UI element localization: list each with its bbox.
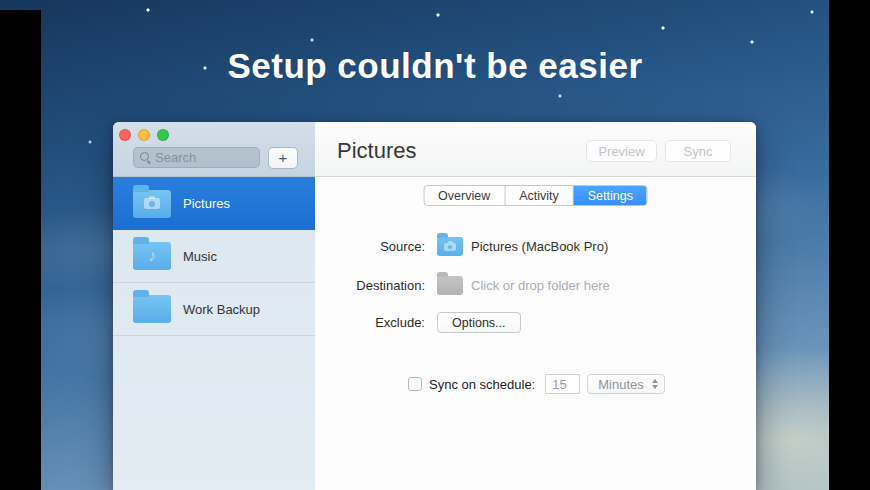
tab-overview[interactable]: Overview — [424, 186, 505, 205]
traffic-lights — [119, 129, 169, 141]
destination-folder-icon — [437, 276, 463, 295]
source-label: Source: — [315, 239, 425, 254]
left-black-bar — [0, 10, 41, 490]
hero-heading: Setup couldn't be easier — [41, 46, 829, 86]
app-window: + Pictures ♪ Music Work Backup Pictures — [113, 122, 756, 490]
destination-dropzone[interactable]: Click or drop folder here — [437, 276, 610, 295]
source-row: Source: Pictures (MacBook Pro) — [315, 237, 756, 256]
destination-label: Destination: — [315, 278, 425, 293]
sidebar-titlebar: + — [113, 122, 315, 177]
main-titlebar: Pictures Preview Sync — [315, 122, 756, 177]
sync-schedule-label: Sync on schedule: — [429, 377, 535, 392]
music-note-icon: ♪ — [148, 248, 156, 264]
search-text-field[interactable] — [155, 150, 245, 165]
sidebar-item-label: Work Backup — [183, 302, 260, 317]
pictures-folder-icon — [133, 190, 171, 218]
sidebar-item-label: Pictures — [183, 196, 230, 211]
schedule-interval-field[interactable] — [545, 374, 580, 394]
zoom-window-button[interactable] — [157, 129, 169, 141]
exclude-row: Exclude: Options... — [315, 312, 756, 333]
exclude-options-button[interactable]: Options... — [437, 312, 521, 333]
schedule-unit-value: Minutes — [598, 377, 644, 392]
sidebar: + Pictures ♪ Music Work Backup — [113, 122, 315, 490]
main-pane: Pictures Preview Sync Overview Activity … — [315, 122, 756, 490]
sidebar-item-music[interactable]: ♪ Music — [113, 230, 315, 283]
search-input[interactable] — [133, 147, 260, 168]
destination-placeholder: Click or drop folder here — [471, 278, 610, 293]
minimize-window-button[interactable] — [138, 129, 150, 141]
preview-button[interactable]: Preview — [586, 140, 657, 162]
destination-row: Destination: Click or drop folder here — [315, 276, 756, 295]
folder-icon — [133, 295, 171, 323]
sync-schedule-checkbox[interactable] — [408, 377, 422, 391]
sidebar-list: Pictures ♪ Music Work Backup — [113, 177, 315, 336]
schedule-row: Sync on schedule: Minutes — [315, 374, 756, 394]
close-window-button[interactable] — [119, 129, 131, 141]
tab-segmented-control: Overview Activity Settings — [423, 185, 648, 206]
add-sync-task-button[interactable]: + — [268, 147, 298, 169]
search-icon — [140, 152, 151, 163]
source-folder-icon — [437, 237, 463, 256]
music-folder-icon: ♪ — [133, 242, 171, 270]
sidebar-item-work-backup[interactable]: Work Backup — [113, 283, 315, 336]
sync-button[interactable]: Sync — [665, 140, 731, 162]
sidebar-item-label: Music — [183, 249, 217, 264]
source-value: Pictures (MacBook Pro) — [471, 239, 608, 254]
tab-settings[interactable]: Settings — [574, 186, 647, 205]
stepper-icon — [652, 379, 658, 389]
exclude-label: Exclude: — [315, 315, 425, 330]
sidebar-item-pictures[interactable]: Pictures — [113, 177, 315, 230]
right-black-bar — [829, 0, 870, 490]
source-folder-chip[interactable]: Pictures (MacBook Pro) — [437, 237, 608, 256]
schedule-unit-dropdown[interactable]: Minutes — [587, 374, 665, 394]
page-title: Pictures — [337, 138, 416, 164]
tab-activity[interactable]: Activity — [505, 186, 574, 205]
